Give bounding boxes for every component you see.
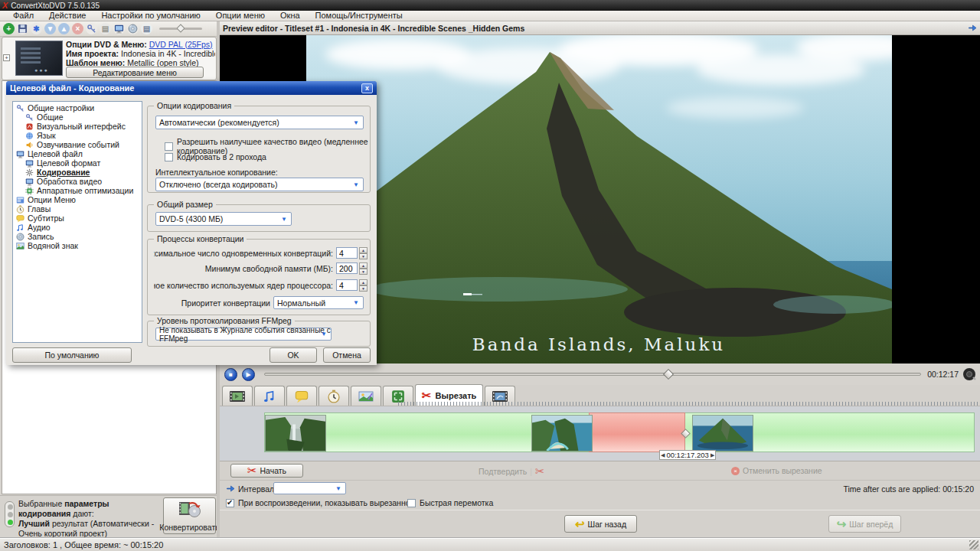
seek-slider[interactable] <box>264 373 921 376</box>
edit-menu-button[interactable]: Редактирование меню <box>66 67 204 78</box>
tree-item-10[interactable]: Опции Меню <box>13 195 142 204</box>
defaults-button[interactable]: По умолчанию <box>12 347 132 363</box>
convert-button[interactable]: Конвертировать <box>163 497 216 534</box>
title-bar: X ConvertXtoDVD 7.5.0.135 <box>0 0 980 11</box>
timeline-position-box[interactable]: ◀ 00:12:17.203 ▶ <box>659 450 716 460</box>
menu-item-0[interactable]: Файл <box>6 11 41 21</box>
fast-seek-checkbox[interactable]: Быстрая перемотка <box>407 498 493 507</box>
tree-item-11[interactable]: Главы <box>13 204 142 214</box>
window-title: ConvertXtoDVD 7.5.0.135 <box>11 2 100 10</box>
encoding-mode-combo[interactable]: Автоматически (рекомендуется)▼ <box>155 116 364 129</box>
move-down-icon[interactable]: ▼ <box>44 23 56 34</box>
cut-region[interactable] <box>589 412 685 452</box>
ok-button[interactable]: OK <box>270 347 317 363</box>
timeline-panel: ◀ 00:12:17.203 ▶ <box>220 406 980 461</box>
tree-item-14[interactable]: Запись <box>13 232 142 241</box>
seek-thumb[interactable] <box>663 369 674 380</box>
tree-item-4[interactable]: Озвучивание событий <box>13 140 142 149</box>
report-icon[interactable]: ▤ <box>141 23 152 34</box>
max-conversions-input[interactable] <box>336 247 358 259</box>
project-settings-icon[interactable]: ✱ <box>31 23 42 34</box>
menu-item-4[interactable]: Окна <box>273 11 307 21</box>
step-right-icon[interactable]: ▶ <box>710 452 714 458</box>
step-forward-icon: ↪ <box>837 517 847 531</box>
step-back-button[interactable]: ↩ Шаг назад <box>564 515 637 533</box>
preview-monitor-icon[interactable] <box>113 23 125 34</box>
cancel-cut-button[interactable]: × Отменить вырезание <box>731 466 822 475</box>
tree-item-7[interactable]: Кодирование <box>13 168 142 177</box>
best-quality-checkbox-box[interactable] <box>165 142 173 151</box>
ffmpeg-log-combo[interactable]: Не показывать в Журнале события связанны… <box>155 328 332 341</box>
total-size-combo[interactable]: DVD-5 (4300 МБ)▼ <box>155 212 292 226</box>
zoom-slider[interactable] <box>159 28 202 30</box>
tree-item-5[interactable]: Целевой файл <box>13 149 142 158</box>
log-icon[interactable]: ▤ <box>100 23 111 34</box>
menu-item-5[interactable]: Помощь/Инструменты <box>309 11 410 21</box>
resize-grip[interactable] <box>969 540 978 549</box>
interval-arrow-icon <box>226 484 235 494</box>
remove-title-icon[interactable]: × <box>72 23 83 34</box>
audio-disc-icon[interactable] <box>962 367 977 381</box>
tab-chapters[interactable] <box>318 386 349 406</box>
dvd-format-link[interactable]: DVD PAL (25Fps) <box>149 40 213 49</box>
max-conversions-spinner[interactable]: ▲▼ <box>359 247 368 259</box>
tree-item-15[interactable]: Водяной знак <box>13 241 142 250</box>
timeline-thumb-cliffs[interactable] <box>531 415 593 452</box>
tree-item-0[interactable]: Общие настройки <box>13 103 142 112</box>
tab-audio[interactable] <box>254 386 285 406</box>
show-cut-checkbox[interactable]: При воспроизведении, показывать вырезанн… <box>226 498 414 507</box>
tree-item-8[interactable]: Обработка видео <box>13 177 142 186</box>
zoom-slider-thumb[interactable] <box>176 24 185 32</box>
show-cut-checkbox-box[interactable] <box>226 499 234 507</box>
menu-preview-thumbnail[interactable]: ●●● <box>15 41 63 76</box>
encoding-options-group: Опции кодирования Автоматически (рекомен… <box>147 106 371 193</box>
menu-item-3[interactable]: Опции меню <box>209 11 272 21</box>
tree-item-13[interactable]: Аудио <box>13 223 142 232</box>
step-left-icon[interactable]: ◀ <box>661 452 665 458</box>
tree-item-12[interactable]: Субтитры <box>13 214 142 223</box>
min-memory-input[interactable] <box>336 262 358 274</box>
tab-subtitles[interactable] <box>286 386 317 406</box>
dialog-title-bar[interactable]: Целевой файл - Кодирование x <box>6 81 377 95</box>
tree-item-6[interactable]: Целевой формат <box>13 158 142 168</box>
two-pass-checkbox[interactable]: Кодировать в 2 прохода <box>165 152 266 161</box>
tree-item-1[interactable]: Общие <box>13 112 142 122</box>
step-forward-button[interactable]: ↪ Шаг вперёд <box>828 515 901 533</box>
tree-item-9[interactable]: Аппаратные оптимизации <box>13 186 142 195</box>
two-pass-checkbox-box[interactable] <box>165 153 173 161</box>
timeline-strip[interactable] <box>264 412 975 452</box>
priority-label: Приоритет конвертации <box>181 298 270 308</box>
tree-expand-icon[interactable]: + <box>3 54 10 61</box>
move-up-icon[interactable]: ▲ <box>58 23 70 34</box>
detach-arrow-icon[interactable] <box>968 23 977 34</box>
tab-image-adjust[interactable] <box>351 386 381 406</box>
add-file-icon[interactable]: + <box>3 23 15 34</box>
confirm-cut-button[interactable]: Подтвердить | ✂ <box>479 466 545 477</box>
video-frame: Banda Islands, Maluku <box>306 35 892 364</box>
menu-item-2[interactable]: Настройки по умолчанию <box>94 11 207 21</box>
max-cores-spinner[interactable]: ▲▼ <box>359 279 368 291</box>
tab-video-options[interactable] <box>222 386 253 406</box>
encoding-summary-text: Выбранные параметры кодирования дают: Лу… <box>18 499 161 539</box>
min-memory-spinner[interactable]: ▲▼ <box>359 262 368 274</box>
settings-keys-icon[interactable] <box>86 23 97 34</box>
priority-combo[interactable]: Нормальный▼ <box>273 296 364 309</box>
interval-combo[interactable]: ▼ <box>273 482 346 494</box>
fast-seek-checkbox-box[interactable] <box>407 499 416 507</box>
start-cut-button[interactable]: ✂ Начать <box>230 464 303 478</box>
timeline-thumb-waterfall[interactable] <box>265 415 326 452</box>
settings-tree: Общие настройкиОбщиеВизуальный интерфейс… <box>12 101 142 343</box>
burn-disc-icon[interactable] <box>127 23 139 34</box>
save-project-icon[interactable] <box>17 23 28 34</box>
traffic-light-icon <box>5 501 15 527</box>
dialog-close-button[interactable]: x <box>361 83 373 93</box>
stop-button[interactable]: ■ <box>224 368 237 381</box>
play-button[interactable]: ▶ <box>242 368 255 381</box>
tree-item-3[interactable]: Язык <box>13 131 142 140</box>
tree-item-2[interactable]: Визуальный интерфейс <box>13 122 142 131</box>
smart-copy-combo[interactable]: Отключено (всегда кодировать)▼ <box>155 178 364 191</box>
timeline-thumb-volcano[interactable] <box>692 415 753 452</box>
menu-item-1[interactable]: Действие <box>42 11 93 21</box>
cancel-button[interactable]: Отмена <box>323 347 371 363</box>
max-cores-input[interactable] <box>336 279 358 291</box>
